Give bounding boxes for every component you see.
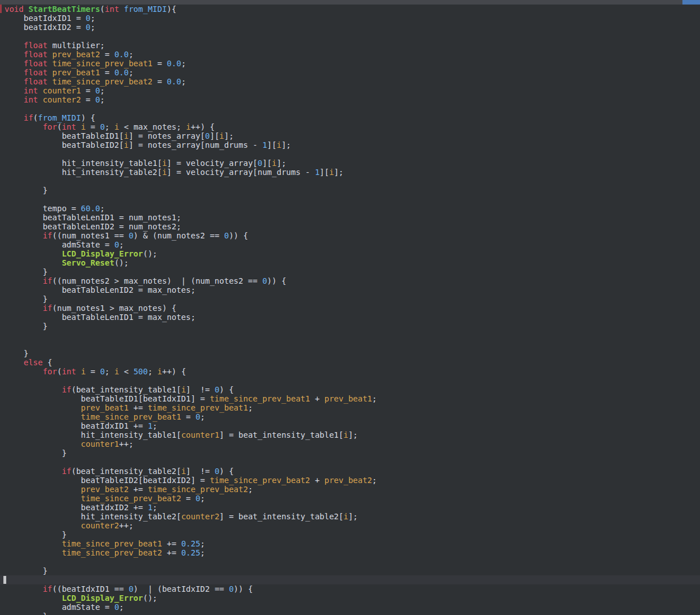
code-line: } (0, 566, 700, 575)
scrollbar-thumb[interactable] (682, 0, 700, 5)
code-line: int counter1 = 0; (0, 86, 700, 95)
code-line: prev_beat2 += time_since_prev_beat2; (0, 485, 700, 494)
top-bar (0, 0, 700, 5)
code-line: beatIdxID2 = 0; (0, 23, 700, 32)
code-line: LCD_Display_Error(); (0, 249, 700, 258)
code-line: counter1++; (0, 439, 700, 449)
code-line: int counter2 = 0; (0, 95, 700, 104)
code-line: beatIdxID1 += 1; (0, 421, 700, 430)
code-line: beatIdxID1 = 0; (0, 14, 700, 23)
code-line: beatTableID2[i] = notes_array[num_drums … (0, 140, 700, 150)
code-line (0, 331, 700, 340)
code-line: if((beatIdxID1 == 0) | (beatIdxID2 == 0)… (0, 584, 700, 593)
code-line: if(from_MIDI) { (0, 113, 700, 122)
code-line: admState = 0; (0, 240, 700, 249)
code-line: float time_since_prev_beat1 = 0.0; (0, 59, 700, 68)
code-line: time_since_prev_beat2 = 0; (0, 494, 700, 503)
code-line: beatTableID1[i] = notes_array[0][i]; (0, 131, 700, 140)
code-line: beatTableLenID2 = max_notes; (0, 285, 700, 294)
code-line (0, 557, 700, 566)
code-line (0, 376, 700, 385)
code-line: } (0, 322, 700, 331)
code-line: float multiplier; (0, 41, 700, 50)
code-line: prev_beat1 += time_since_prev_beat1; (0, 403, 700, 412)
code-line: tempo = 60.0; (0, 204, 700, 213)
code-line (0, 32, 700, 41)
code-line: } (0, 530, 700, 539)
code-line: if((num_notes1 == 0) & (num_notes2 == 0)… (0, 231, 700, 240)
code-line (0, 458, 700, 467)
code-line: counter2++; (0, 521, 700, 530)
text-cursor (3, 576, 6, 584)
code-line (0, 104, 700, 113)
code-line: } (0, 449, 700, 458)
code-line: hit_intensity_table1[counter1] = beat_in… (0, 430, 700, 439)
code-line: admState = 0; (0, 603, 700, 612)
code-line (0, 340, 700, 349)
code-line: time_since_prev_beat2 += 0.25; (0, 548, 700, 557)
code-line (0, 195, 700, 204)
code-area[interactable]: void StartBeatTimers(int from_MIDI){ bea… (0, 5, 700, 615)
code-line: hit_intensity_table2[i] = velocity_array… (0, 168, 700, 177)
code-line: float time_since_prev_beat2 = 0.0; (0, 77, 700, 86)
code-line: for(int i = 0; i < max_notes; i++) { (0, 122, 700, 131)
code-line: Servo_Reset(); (0, 258, 700, 267)
code-line: time_since_prev_beat1 = 0; (0, 412, 700, 421)
code-line: beatTableID1[beatIdxID1] = time_since_pr… (0, 394, 700, 403)
code-line: } (0, 349, 700, 358)
code-line: if(beat_intensity_table2[i] != 0) { (0, 467, 700, 476)
code-line: float prev_beat2 = 0.0; (0, 50, 700, 59)
code-line: if((num_notes2 > max_notes) | (num_notes… (0, 276, 700, 285)
code-line: hit_intensity_table2[counter2] = beat_in… (0, 512, 700, 521)
code-line: LCD_Display_Error(); (0, 593, 700, 603)
code-line: for(int i = 0; i < 500; i++) { (0, 367, 700, 376)
code-line (0, 177, 700, 186)
code-line: } (0, 612, 700, 615)
code-line: if(beat_intensity_table1[i] != 0) { (0, 385, 700, 394)
code-line: hit_intensity_table1[i] = velocity_array… (0, 159, 700, 168)
code-line: else { (0, 358, 700, 367)
code-line: float prev_beat1 = 0.0; (0, 68, 700, 77)
code-line: } (0, 294, 700, 304)
code-line: if(num_notes1 > max_notes) { (0, 304, 700, 313)
code-line: beatTableID2[beatIdxID2] = time_since_pr… (0, 476, 700, 485)
code-line (0, 575, 700, 584)
code-line: beatTableLenID2 = num_notes2; (0, 222, 700, 231)
code-line: void StartBeatTimers(int from_MIDI){ (0, 5, 700, 14)
code-line: } (0, 186, 700, 195)
code-line: } (0, 267, 700, 276)
code-line: beatTableLenID1 = max_notes; (0, 313, 700, 322)
code-line: time_since_prev_beat1 += 0.25; (0, 539, 700, 548)
code-line: beatIdxID2 += 1; (0, 503, 700, 512)
code-line (0, 150, 700, 159)
code-line: beatTableLenID1 = num_notes1; (0, 213, 700, 222)
